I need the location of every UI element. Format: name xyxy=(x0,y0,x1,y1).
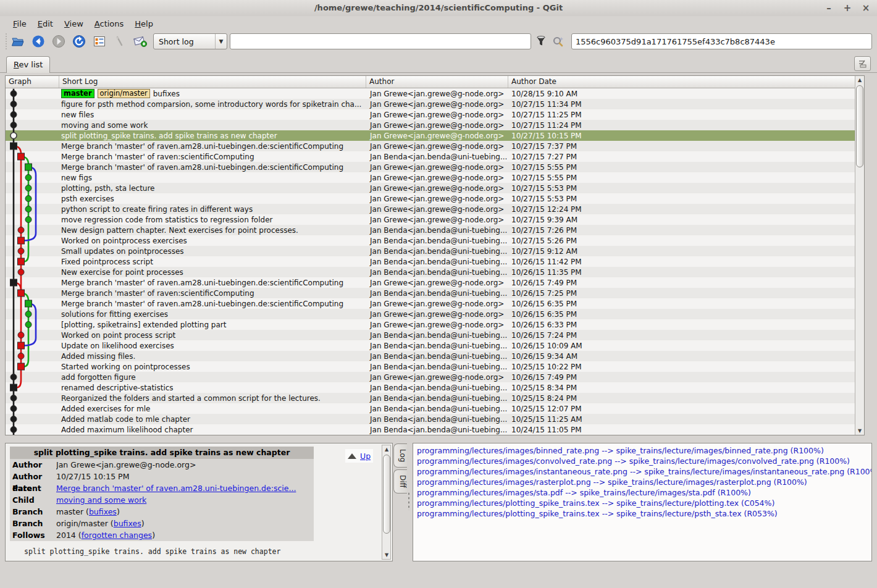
table-row[interactable]: python script to create firing rates in … xyxy=(6,204,855,214)
rev-scrollbar[interactable]: ▲ ▼ xyxy=(855,76,864,435)
table-row[interactable]: figure for psth method comparsion, some … xyxy=(6,99,855,109)
table-row[interactable]: Worked on point process scriptJan Benda<… xyxy=(6,330,855,340)
table-row[interactable]: Reorganized the folders and started a co… xyxy=(6,393,855,403)
subject-cell: New design pattern chapter. Next exercis… xyxy=(59,226,366,235)
rev-scrollbar-thumb[interactable] xyxy=(856,85,863,167)
toolbar: Short log ▼ xyxy=(0,31,877,52)
date-cell: 10/26/15 7:24 PM xyxy=(508,331,855,340)
detail-link[interactable]: bufixes xyxy=(89,507,117,516)
table-row[interactable]: [plotting, spiketrains] extended plottin… xyxy=(6,319,855,330)
table-row[interactable]: Merge branch 'master' of raven.am28.uni-… xyxy=(6,277,855,288)
subject-text: new files xyxy=(61,111,94,119)
column-header-author[interactable]: Author xyxy=(366,76,508,88)
back-icon[interactable] xyxy=(30,33,46,49)
subject-cell: Small updates on pointprocesses xyxy=(59,247,366,256)
detail-link[interactable]: moving and some work xyxy=(56,495,146,505)
highlight-search-icon[interactable] xyxy=(551,34,566,49)
subject-text: plotting, psth, sta lecture xyxy=(61,184,155,193)
date-cell: 10/26/15 6:33 PM xyxy=(508,321,855,329)
scroll-down-icon[interactable]: ▼ xyxy=(855,427,864,435)
file-list-item[interactable]: programming/lectures/images/rasterplot.p… xyxy=(417,477,871,487)
log-mode-select[interactable]: Short log ▼ xyxy=(153,33,227,49)
table-row[interactable]: Added matlab code to mle chapterJan Bend… xyxy=(6,414,855,424)
table-row[interactable]: split plotting_spike trains. add spike t… xyxy=(6,130,855,141)
graph-cell xyxy=(6,183,59,193)
open-folder-icon[interactable] xyxy=(10,33,26,49)
view-patches-icon[interactable] xyxy=(91,33,107,49)
table-row[interactable]: Merge branch 'master' of raven:scientifi… xyxy=(6,288,855,298)
table-row[interactable]: Merge branch 'master' of raven.am28.uni-… xyxy=(6,162,855,172)
maximize-button[interactable]: + xyxy=(842,2,852,14)
wand-icon[interactable] xyxy=(112,33,128,49)
tab-corner-button[interactable] xyxy=(854,56,871,71)
detail-link[interactable]: bufixes xyxy=(114,519,141,528)
table-row[interactable]: Added missing files.Jan Benda<jan.benda@… xyxy=(6,351,855,361)
detail-scrollbar-thumb[interactable] xyxy=(383,455,390,534)
side-tab-log[interactable]: Log xyxy=(393,443,407,468)
table-row[interactable]: masterorigin/masterbufixesJan Grewe<jan.… xyxy=(6,88,855,99)
detail-link[interactable]: forgotten changes xyxy=(82,531,152,540)
detail-value: master (bufixes) xyxy=(56,506,314,518)
side-tab-diff[interactable]: Diff xyxy=(393,469,407,494)
menu-edit[interactable]: Edit xyxy=(32,18,59,30)
file-list-item[interactable]: programming/lectures/images/sta.pdf --> … xyxy=(417,487,871,498)
table-row[interactable]: Added exercises for mleJan Benda<jan.ben… xyxy=(6,403,855,414)
reload-icon[interactable] xyxy=(71,33,87,49)
table-row[interactable]: add forgotten figureJan Grewe<jan.grewe@… xyxy=(6,372,855,382)
tab-rev-list[interactable]: Rev list xyxy=(6,56,50,73)
table-row[interactable]: Worked on pointprocess exercisesJan Bend… xyxy=(6,235,855,246)
title-bar[interactable]: /home/grewe/teaching/2014/scientificComp… xyxy=(0,0,877,16)
search-input[interactable] xyxy=(230,33,531,49)
table-row[interactable]: solutions for fitting exercisesJan Grewe… xyxy=(6,309,855,319)
table-row[interactable]: moving and some workJan Grewe<jan.grewe@… xyxy=(6,120,855,130)
close-button[interactable]: × xyxy=(861,2,871,14)
detail-link[interactable]: Merge branch 'master' of raven.am28.uni-… xyxy=(56,484,296,493)
column-header-shortlog[interactable]: Short Log xyxy=(59,76,366,88)
splitter-handle[interactable] xyxy=(408,492,410,510)
menu-view[interactable]: View xyxy=(59,18,89,30)
subject-text: Worked on point process script xyxy=(61,331,175,340)
detail-value: 10/27/15 10:15 PM xyxy=(56,471,314,482)
table-row[interactable]: renamed descriptive-statisticsJan Benda<… xyxy=(6,382,855,393)
menu-actions[interactable]: Actions xyxy=(89,18,130,30)
table-row[interactable]: Update on likelihood exercisesJan Benda<… xyxy=(6,340,855,351)
table-row[interactable]: Small updates on pointprocessesJan Benda… xyxy=(6,246,855,256)
subject-text: Added maximum likelihood chapter xyxy=(61,426,193,434)
table-row[interactable]: Fixed pointprocess scriptJan Benda<jan.b… xyxy=(6,256,855,267)
forward-icon[interactable] xyxy=(51,33,67,49)
file-list-item[interactable]: programming/lectures/images/binned_rate.… xyxy=(417,445,871,456)
subject-text: python script to create firing rates in … xyxy=(61,205,253,214)
table-row[interactable]: psth exercisesJan Grewe<jan.grewe@g-node… xyxy=(6,193,855,204)
scroll-down-icon[interactable]: ▼ xyxy=(382,551,391,559)
up-link[interactable]: Up xyxy=(360,452,371,461)
table-row[interactable]: move regression code from statistics to … xyxy=(6,214,855,225)
table-row[interactable]: Started working on pointprocessesJan Ben… xyxy=(6,361,855,372)
sha-input[interactable] xyxy=(571,33,872,49)
file-list-item[interactable]: programming/lectures/plotting_spike_trai… xyxy=(417,508,871,519)
table-row[interactable]: Merge branch 'master' of raven.am28.uni-… xyxy=(6,141,855,151)
column-header-graph[interactable]: Graph xyxy=(6,76,59,88)
table-row[interactable]: Merge branch 'master' of raven:scientifi… xyxy=(6,151,855,162)
menu-help[interactable]: Help xyxy=(129,18,159,30)
table-row[interactable]: New exercise for point processesJan Bend… xyxy=(6,267,855,277)
column-header-author-date[interactable]: Author Date xyxy=(508,76,855,88)
table-row[interactable]: new filesJan Grewe<jan.grewe@g-node.org>… xyxy=(6,109,855,120)
file-list-item[interactable]: programming/lectures/images/convolved_ra… xyxy=(417,456,871,466)
table-row[interactable]: new figsJan Grewe<jan.grewe@g-node.org>1… xyxy=(6,172,855,183)
table-row[interactable]: New design pattern chapter. Next exercis… xyxy=(6,225,855,235)
table-row[interactable]: Added maximum likelihood chapterJan Bend… xyxy=(6,424,855,435)
file-list-item[interactable]: programming/lectures/plotting_spike_trai… xyxy=(417,498,871,508)
menu-file[interactable]: File xyxy=(7,18,32,30)
date-cell: 10/27/15 10:15 PM xyxy=(508,132,855,140)
up-control[interactable]: Up xyxy=(345,449,373,463)
table-row[interactable]: Merge branch 'master' of raven.am28.uni-… xyxy=(6,298,855,309)
scroll-up-icon[interactable]: ▲ xyxy=(855,76,864,84)
filter-icon[interactable] xyxy=(534,34,548,49)
detail-scrollbar[interactable]: ▲ ▼ xyxy=(382,445,391,560)
file-list-item[interactable]: programming/lectures/images/instantaneou… xyxy=(417,466,871,477)
toolbar-handle[interactable] xyxy=(6,33,7,49)
save-patch-icon[interactable] xyxy=(132,33,148,49)
minimize-button[interactable]: – xyxy=(824,2,834,14)
table-row[interactable]: plotting, psth, sta lectureJan Grewe<jan… xyxy=(6,183,855,193)
scroll-up-icon[interactable]: ▲ xyxy=(382,445,391,453)
